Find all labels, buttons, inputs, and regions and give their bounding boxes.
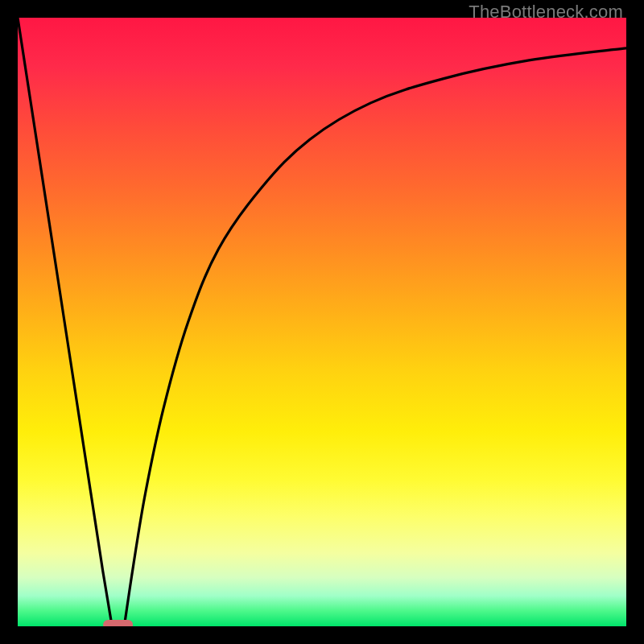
curve-left-branch bbox=[18, 18, 112, 626]
chart-frame: TheBottleneck.com bbox=[0, 0, 644, 644]
bottleneck-marker bbox=[103, 620, 134, 626]
plot-area bbox=[18, 18, 626, 626]
curve-layer bbox=[18, 18, 626, 626]
curve-right-branch bbox=[124, 48, 626, 626]
